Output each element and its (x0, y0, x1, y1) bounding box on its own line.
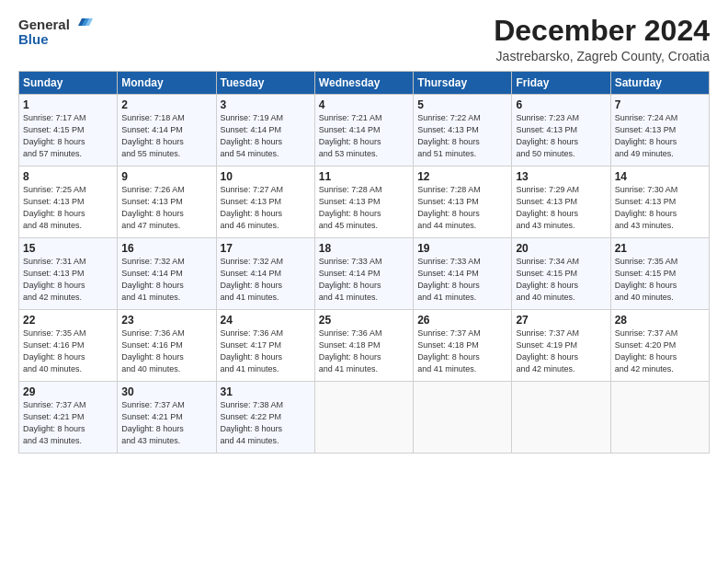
day-number: 25 (319, 314, 409, 327)
calendar-cell: 23Sunrise: 7:36 AM Sunset: 4:16 PM Dayli… (118, 310, 216, 382)
day-detail: Sunrise: 7:37 AM Sunset: 4:19 PM Dayligh… (516, 327, 606, 375)
day-number: 22 (23, 314, 113, 327)
calendar-cell (610, 382, 709, 454)
calendar-cell (512, 382, 610, 454)
col-saturday: Saturday (610, 72, 709, 95)
calendar-cell: 16Sunrise: 7:32 AM Sunset: 4:14 PM Dayli… (118, 238, 216, 310)
title-block: December 2024 Jastrebarsko, Zagreb Count… (494, 15, 710, 63)
day-detail: Sunrise: 7:37 AM Sunset: 4:21 PM Dayligh… (23, 399, 113, 447)
calendar-cell: 1Sunrise: 7:17 AM Sunset: 4:15 PM Daylig… (19, 95, 118, 167)
day-detail: Sunrise: 7:28 AM Sunset: 4:13 PM Dayligh… (319, 184, 409, 232)
calendar-cell: 31Sunrise: 7:38 AM Sunset: 4:22 PM Dayli… (216, 382, 314, 454)
calendar-cell: 24Sunrise: 7:36 AM Sunset: 4:17 PM Dayli… (216, 310, 314, 382)
calendar-table: Sunday Monday Tuesday Wednesday Thursday… (18, 71, 710, 454)
day-detail: Sunrise: 7:31 AM Sunset: 4:13 PM Dayligh… (23, 256, 113, 304)
calendar-row-5: 29Sunrise: 7:37 AM Sunset: 4:21 PM Dayli… (19, 382, 710, 454)
day-number: 20 (516, 242, 606, 255)
day-number: 19 (417, 242, 507, 255)
calendar-cell: 14Sunrise: 7:30 AM Sunset: 4:13 PM Dayli… (610, 167, 709, 238)
day-detail: Sunrise: 7:30 AM Sunset: 4:13 PM Dayligh… (615, 184, 705, 232)
day-detail: Sunrise: 7:36 AM Sunset: 4:18 PM Dayligh… (319, 327, 409, 375)
day-detail: Sunrise: 7:33 AM Sunset: 4:14 PM Dayligh… (417, 256, 507, 304)
day-number: 7 (615, 98, 705, 111)
day-number: 2 (121, 98, 211, 111)
day-detail: Sunrise: 7:37 AM Sunset: 4:21 PM Dayligh… (121, 399, 211, 447)
day-number: 8 (23, 170, 113, 183)
col-wednesday: Wednesday (314, 72, 413, 95)
day-detail: Sunrise: 7:38 AM Sunset: 4:22 PM Dayligh… (221, 399, 311, 447)
day-detail: Sunrise: 7:23 AM Sunset: 4:13 PM Dayligh… (516, 112, 606, 160)
day-number: 13 (516, 170, 606, 183)
calendar-cell: 18Sunrise: 7:33 AM Sunset: 4:14 PM Dayli… (314, 238, 413, 310)
calendar-title: December 2024 (494, 15, 710, 47)
calendar-cell: 11Sunrise: 7:28 AM Sunset: 4:13 PM Dayli… (314, 167, 413, 238)
day-detail: Sunrise: 7:32 AM Sunset: 4:14 PM Dayligh… (121, 256, 211, 304)
day-detail: Sunrise: 7:19 AM Sunset: 4:14 PM Dayligh… (221, 112, 311, 160)
calendar-cell: 12Sunrise: 7:28 AM Sunset: 4:13 PM Dayli… (414, 167, 512, 238)
day-detail: Sunrise: 7:18 AM Sunset: 4:14 PM Dayligh… (121, 112, 211, 160)
day-number: 9 (121, 170, 211, 183)
calendar-cell: 21Sunrise: 7:35 AM Sunset: 4:15 PM Dayli… (610, 238, 709, 310)
col-thursday: Thursday (414, 72, 512, 95)
day-number: 4 (319, 98, 409, 111)
calendar-cell: 27Sunrise: 7:37 AM Sunset: 4:19 PM Dayli… (512, 310, 610, 382)
day-number: 23 (121, 314, 211, 327)
calendar-cell: 17Sunrise: 7:32 AM Sunset: 4:14 PM Dayli… (216, 238, 314, 310)
logo-icon (73, 13, 93, 33)
day-number: 14 (615, 170, 705, 183)
logo-blue: Blue (18, 31, 49, 47)
day-detail: Sunrise: 7:34 AM Sunset: 4:15 PM Dayligh… (516, 256, 606, 304)
day-number: 27 (516, 314, 606, 327)
day-number: 3 (221, 98, 311, 111)
header-row: Sunday Monday Tuesday Wednesday Thursday… (19, 72, 710, 95)
day-number: 10 (221, 170, 311, 183)
header: General Blue December 2024 Jastrebarsko,… (18, 15, 710, 63)
day-number: 30 (121, 385, 211, 398)
day-number: 24 (221, 314, 311, 327)
calendar-cell: 9Sunrise: 7:26 AM Sunset: 4:13 PM Daylig… (118, 167, 216, 238)
calendar-cell (414, 382, 512, 454)
calendar-cell: 28Sunrise: 7:37 AM Sunset: 4:20 PM Dayli… (610, 310, 709, 382)
day-number: 31 (221, 385, 311, 398)
day-number: 26 (417, 314, 507, 327)
col-monday: Monday (118, 72, 216, 95)
col-sunday: Sunday (19, 72, 118, 95)
day-number: 21 (615, 242, 705, 255)
day-number: 5 (417, 98, 507, 111)
day-detail: Sunrise: 7:28 AM Sunset: 4:13 PM Dayligh… (417, 184, 507, 232)
day-detail: Sunrise: 7:36 AM Sunset: 4:16 PM Dayligh… (121, 327, 211, 375)
day-detail: Sunrise: 7:29 AM Sunset: 4:13 PM Dayligh… (516, 184, 606, 232)
day-number: 15 (23, 242, 113, 255)
calendar-cell: 3Sunrise: 7:19 AM Sunset: 4:14 PM Daylig… (216, 95, 314, 167)
calendar-subtitle: Jastrebarsko, Zagreb County, Croatia (494, 49, 710, 63)
calendar-cell: 22Sunrise: 7:35 AM Sunset: 4:16 PM Dayli… (19, 310, 118, 382)
day-number: 29 (23, 385, 113, 398)
calendar-page: General Blue December 2024 Jastrebarsko,… (0, 0, 728, 563)
calendar-cell: 4Sunrise: 7:21 AM Sunset: 4:14 PM Daylig… (314, 95, 413, 167)
day-detail: Sunrise: 7:25 AM Sunset: 4:13 PM Dayligh… (23, 184, 113, 232)
calendar-cell: 19Sunrise: 7:33 AM Sunset: 4:14 PM Dayli… (414, 238, 512, 310)
day-detail: Sunrise: 7:26 AM Sunset: 4:13 PM Dayligh… (121, 184, 211, 232)
calendar-cell: 2Sunrise: 7:18 AM Sunset: 4:14 PM Daylig… (118, 95, 216, 167)
logo: General Blue (18, 15, 93, 47)
logo-general: General (18, 17, 70, 32)
day-detail: Sunrise: 7:36 AM Sunset: 4:17 PM Dayligh… (221, 327, 311, 375)
col-tuesday: Tuesday (216, 72, 314, 95)
day-number: 1 (23, 98, 113, 111)
day-number: 18 (319, 242, 409, 255)
day-detail: Sunrise: 7:35 AM Sunset: 4:16 PM Dayligh… (23, 327, 113, 375)
calendar-cell: 30Sunrise: 7:37 AM Sunset: 4:21 PM Dayli… (118, 382, 216, 454)
day-number: 12 (417, 170, 507, 183)
day-number: 28 (615, 314, 705, 327)
calendar-cell (314, 382, 413, 454)
calendar-cell: 10Sunrise: 7:27 AM Sunset: 4:13 PM Dayli… (216, 167, 314, 238)
day-detail: Sunrise: 7:33 AM Sunset: 4:14 PM Dayligh… (319, 256, 409, 304)
day-detail: Sunrise: 7:17 AM Sunset: 4:15 PM Dayligh… (23, 112, 113, 160)
calendar-cell: 26Sunrise: 7:37 AM Sunset: 4:18 PM Dayli… (414, 310, 512, 382)
calendar-row-4: 22Sunrise: 7:35 AM Sunset: 4:16 PM Dayli… (19, 310, 710, 382)
day-number: 17 (221, 242, 311, 255)
calendar-row-3: 15Sunrise: 7:31 AM Sunset: 4:13 PM Dayli… (19, 238, 710, 310)
day-detail: Sunrise: 7:24 AM Sunset: 4:13 PM Dayligh… (615, 112, 705, 160)
calendar-row-1: 1Sunrise: 7:17 AM Sunset: 4:15 PM Daylig… (19, 95, 710, 167)
calendar-cell: 13Sunrise: 7:29 AM Sunset: 4:13 PM Dayli… (512, 167, 610, 238)
